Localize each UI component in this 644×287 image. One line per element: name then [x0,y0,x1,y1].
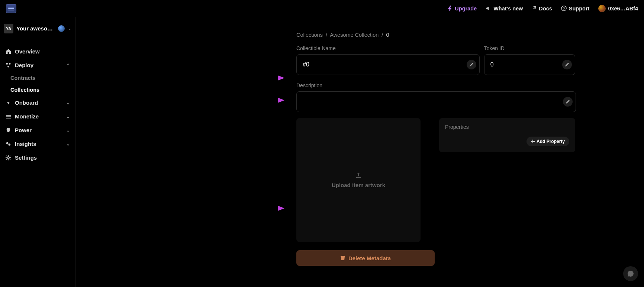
breadcrumb: Collections / Awesome Collection / 0 [296,32,575,38]
breadcrumb-collections[interactable]: Collections [296,32,323,38]
sidebar-label: Insights [15,141,36,147]
svg-point-8 [6,142,8,144]
token-value: 0 [490,61,562,68]
edit-name-button[interactable] [467,60,476,69]
docs-button[interactable]: Docs [532,6,552,12]
annotation-arrow [252,98,284,103]
insights-icon [5,141,11,147]
sidebar-label: Settings [15,154,37,161]
add-property-label: Add Property [537,139,565,144]
annotation-arrow [252,206,284,211]
wallet-avatar [598,5,606,12]
megaphone-icon [486,6,491,11]
external-link-icon [532,6,537,11]
breadcrumb-collection[interactable]: Awesome Collection [330,32,379,38]
desc-input[interactable] [296,91,576,112]
upload-label: Upload item artwork [332,182,385,188]
add-property-button[interactable]: Add Property [527,137,569,146]
sidebar-label: Deploy [15,62,33,68]
edit-token-button[interactable] [562,60,572,69]
properties-panel: Properties Add Property [439,118,575,152]
annotation-arrow [252,75,284,81]
chevron-down-icon: ⌄ [66,100,70,105]
monetize-icon [5,114,11,119]
wallet-button[interactable]: 0xe6…ABf4 [598,5,638,12]
svg-point-9 [8,144,10,146]
chevron-down-icon: ⌄ [68,26,71,31]
trash-icon [340,255,345,261]
chevron-down-icon: ⌄ [66,128,70,133]
support-label: Support [569,6,590,12]
breadcrumb-token: 0 [386,32,389,38]
sidebar-item-overview[interactable]: Overview [0,45,75,58]
pencil-icon [566,100,570,104]
whatsnew-button[interactable]: What's new [486,6,523,12]
pencil-icon [565,62,569,67]
pencil-icon [469,62,474,67]
chevron-up-icon: ⌃ [66,63,70,68]
deploy-icon [5,62,11,68]
upgrade-button[interactable]: Upgrade [448,6,477,12]
chevron-down-icon: ⌄ [66,114,70,119]
sidebar: YA Your aweso… ⌄ Overview Deploy ⌃ Contr… [0,17,75,287]
desc-label: Description [296,82,576,88]
svg-rect-5 [6,115,10,116]
sidebar-item-deploy[interactable]: Deploy ⌃ [0,58,75,72]
token-label: Token ID [484,45,575,51]
name-label: Collectible Name [296,45,480,51]
power-icon [5,127,11,133]
gear-icon [5,155,11,160]
help-icon: ? [561,6,567,11]
plus-icon [531,140,535,143]
svg-text:?: ? [563,7,565,10]
chat-button[interactable] [623,266,638,281]
support-button[interactable]: ? Support [561,6,590,12]
network-icon [58,25,65,32]
upload-artwork[interactable]: Upload item artwork [296,118,421,242]
sidebar-item-collections[interactable]: Collections [0,84,75,96]
sidebar-label: Monetize [15,113,39,120]
upgrade-label: Upgrade [455,6,477,12]
sidebar-item-contracts[interactable]: Contracts [0,72,75,84]
main-content: Collections / Awesome Collection / 0 Col… [75,17,644,287]
sidebar-item-insights[interactable]: Insights ⌄ [0,137,75,151]
edit-desc-button[interactable] [563,97,573,107]
name-input[interactable]: #0 [296,54,480,75]
project-name: Your aweso… [16,25,55,32]
sidebar-label: Power [15,127,32,133]
whatsnew-label: What's new [493,6,523,12]
onboard-icon [5,100,11,105]
sidebar-item-power[interactable]: Power ⌄ [0,123,75,137]
sidebar-item-settings[interactable]: Settings [0,151,75,164]
properties-title: Properties [445,124,569,130]
wallet-address: 0xe6…ABf4 [608,6,638,12]
sidebar-label: Onboard [15,100,38,106]
chevron-down-icon: ⌄ [66,141,70,147]
upload-icon [355,172,361,178]
token-input[interactable]: 0 [484,54,575,75]
svg-point-4 [7,66,9,68]
svg-rect-6 [6,117,10,117]
app-logo[interactable] [6,4,16,13]
delete-label: Delete Metadata [348,255,391,261]
project-selector[interactable]: YA Your aweso… ⌄ [0,17,75,40]
delete-metadata-button[interactable]: Delete Metadata [296,250,435,266]
chat-icon [627,270,634,277]
svg-rect-7 [6,118,10,118]
svg-point-2 [6,63,8,65]
docs-label: Docs [539,6,552,12]
sidebar-item-onboard[interactable]: Onboard ⌄ [0,96,75,110]
svg-point-3 [9,63,10,65]
sidebar-label: Overview [15,48,40,55]
svg-point-10 [7,157,9,159]
topbar: Upgrade What's new Docs ? Support 0xe6…A… [0,0,644,17]
project-badge: YA [4,24,13,33]
bolt-icon [448,6,453,12]
name-value: #0 [303,61,467,68]
sidebar-item-monetize[interactable]: Monetize ⌄ [0,110,75,123]
home-icon [5,49,11,54]
